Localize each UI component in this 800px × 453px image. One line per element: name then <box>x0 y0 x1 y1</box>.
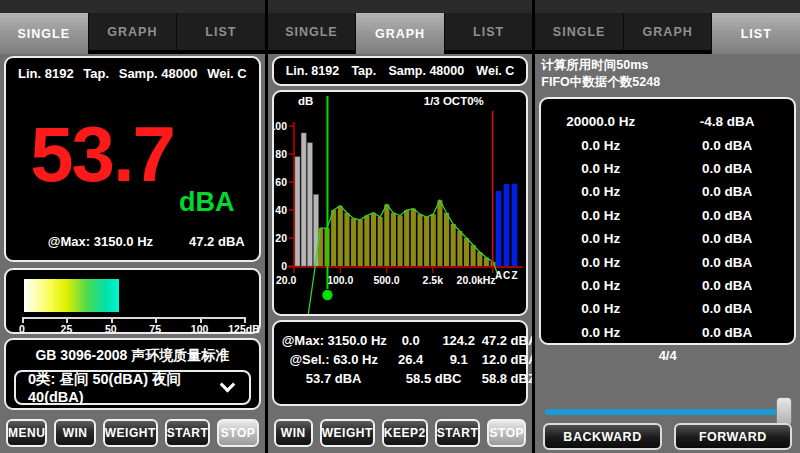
weighted-bar-label: Z <box>511 270 517 281</box>
sel-val-1: 26.4 <box>386 350 436 369</box>
level-gradient-bar <box>24 279 119 312</box>
fft-length-label: Lin. 8192 <box>286 64 340 78</box>
spectrum-bar <box>470 245 475 266</box>
win-button[interactable]: WIN <box>274 419 313 447</box>
scale-tick-label: 0 <box>19 323 25 335</box>
frequency-cursor-handle[interactable] <box>322 290 332 300</box>
tab-list[interactable]: LIST <box>176 13 265 54</box>
tap-label: Tap. <box>83 66 109 81</box>
x-tick-label: 100.0 <box>327 275 353 286</box>
spectrum-bar <box>397 216 402 266</box>
standard-dropdown[interactable]: 0类: 昼间 50(dBA) 夜间 40(dBA) <box>14 370 251 405</box>
page-slider-track[interactable] <box>545 409 786 415</box>
row-frequency: 0.0 Hz <box>541 278 660 293</box>
menu-button[interactable]: MENU <box>6 419 47 447</box>
spectrum-chart-svg: 020406080100dB1/3 OCT0%20.0100.0500.02.5… <box>274 92 527 314</box>
panel-list: SINGLEGRAPHLIST 计算所用时间50ms FIFO中数据个数5248… <box>535 0 800 453</box>
list-row: 0.0 Hz0.0 dBA <box>541 227 794 250</box>
weighted-bar-label: C <box>503 270 510 281</box>
keep2-button[interactable]: KEEP2 <box>382 419 428 447</box>
octave-spectrum-chart[interactable]: 020406080100dB1/3 OCT0%20.0100.0500.02.5… <box>272 90 529 316</box>
page-slider-thumb[interactable] <box>776 397 792 426</box>
row-frequency: 0.0 Hz <box>541 301 660 316</box>
graph-settings-box: Lin. 8192 Tap. Samp. 48000 Wei. C <box>272 56 529 86</box>
win-button[interactable]: WIN <box>54 419 95 447</box>
row-level: 0.0 dBA <box>660 301 794 316</box>
spectrum-bar <box>357 220 362 266</box>
tab-list[interactable]: LIST <box>711 13 800 54</box>
row-frequency: 0.0 Hz <box>541 184 660 199</box>
tab-graph[interactable]: GRAPH <box>623 13 712 54</box>
status-lines: 计算所用时间50ms FIFO中数据个数5248 <box>541 57 796 91</box>
list-row: 0.0 Hz0.0 dBA <box>541 133 794 156</box>
top-strip <box>268 0 533 13</box>
scale-tick-label: 50 <box>105 323 117 335</box>
stop-button[interactable]: STOP <box>217 419 258 447</box>
start-button[interactable]: START <box>165 419 211 447</box>
start-button[interactable]: START <box>435 419 481 447</box>
row-frequency: 0.0 Hz <box>541 138 660 153</box>
spectrum-bar <box>331 210 336 266</box>
row-frequency: 0.0 Hz <box>541 161 660 176</box>
tab-bar-graph: SINGLEGRAPHLIST <box>268 13 533 54</box>
frequency-list: 20000.0 Hz-4.8 dBA0.0 Hz0.0 dBA0.0 Hz0.0… <box>539 97 796 345</box>
list-row: 0.0 Hz0.0 dBA <box>541 204 794 227</box>
max-val-3: 47.2 dBA <box>482 331 533 350</box>
weighted-level-bar <box>503 184 509 266</box>
scale-tick-label: 25 <box>61 323 73 335</box>
weighted-level-bar <box>511 184 517 266</box>
y-tick-label: 0 <box>281 261 287 272</box>
sample-rate-label: Samp. 48000 <box>388 64 464 78</box>
spectrum-bar <box>377 217 382 266</box>
low-band-bar <box>295 157 300 266</box>
y-tick-label: 100 <box>274 121 287 132</box>
forward-button[interactable]: FORWARD <box>674 423 792 450</box>
backward-button[interactable]: BACKWARD <box>543 423 661 450</box>
page-indicator: 4/4 <box>535 348 800 363</box>
spectrum-bar <box>457 231 462 266</box>
panel-single: SINGLEGRAPHLIST Lin. 8192 Tap. Samp. 480… <box>0 0 265 453</box>
tab-graph[interactable]: GRAPH <box>355 13 444 54</box>
max-freq: @Max: 3150.0 Hz <box>282 331 386 350</box>
max-freq-label: @Max: 3150.0 Hz <box>48 234 153 249</box>
stop-button[interactable]: STOP <box>487 419 526 447</box>
button-row-list: BACKWARDFORWARD <box>535 423 800 450</box>
x-tick-label: 500.0 <box>373 275 399 286</box>
spectrum-bar <box>464 238 469 266</box>
list-row: 0.0 Hz0.0 dBA <box>541 180 794 203</box>
spectrum-bar <box>417 214 422 266</box>
weighted-level-bar <box>495 191 501 266</box>
row-frequency: 20000.0 Hz <box>541 114 660 129</box>
tab-single[interactable]: SINGLE <box>535 13 623 54</box>
graph-readout-box: @Max: 3150.0 Hz 0.0 124.2 47.2 dBA @Sel.… <box>272 320 529 406</box>
weight-button[interactable]: WEIGHT <box>320 419 375 447</box>
x-tick-label: 20.0 <box>276 275 297 286</box>
measure-settings-row: Lin. 8192 Tap. Samp. 48000 Wei. C <box>274 58 527 84</box>
spectrum-bar <box>437 200 442 266</box>
button-row-graph: WINWEIGHTKEEP2STARTSTOP <box>268 419 533 447</box>
tab-single[interactable]: SINGLE <box>0 13 88 54</box>
scale-tick-label: 125dB <box>228 323 260 335</box>
weight-button[interactable]: WEIGHT <box>103 419 158 447</box>
spectrum-bar <box>384 204 389 266</box>
row-level: 0.0 dBA <box>660 278 794 293</box>
scale-tick-label: 75 <box>149 323 161 335</box>
tab-single[interactable]: SINGLE <box>268 13 356 54</box>
tab-graph[interactable]: GRAPH <box>88 13 177 54</box>
scale-tick-label: 100 <box>191 323 209 335</box>
spectrum-bar <box>317 228 322 266</box>
level-dba: 53.7 dBA <box>282 369 386 388</box>
top-strip <box>0 0 265 13</box>
x-tick-label: 20.0kHz <box>456 275 495 286</box>
list-row: 0.0 Hz0.0 dBA <box>541 274 794 297</box>
calc-time-status: 计算所用时间50ms <box>541 57 796 74</box>
panel-graph: SINGLEGRAPHLIST Lin. 8192 Tap. Samp. 480… <box>268 0 533 453</box>
standard-title: GB 3096-2008 声环境质量标准 <box>6 347 259 365</box>
max-readout-row: @Max: 3150.0 Hz 0.0 124.2 47.2 dBA <box>282 331 519 350</box>
tab-list[interactable]: LIST <box>444 13 533 54</box>
measure-settings-row: Lin. 8192 Tap. Samp. 48000 Wei. C <box>6 58 259 88</box>
row-level: 0.0 dBA <box>660 184 794 199</box>
spectrum-bar <box>337 206 342 266</box>
fifo-count-status: FIFO中数据个数5248 <box>541 74 796 91</box>
low-band-bar <box>307 143 312 266</box>
